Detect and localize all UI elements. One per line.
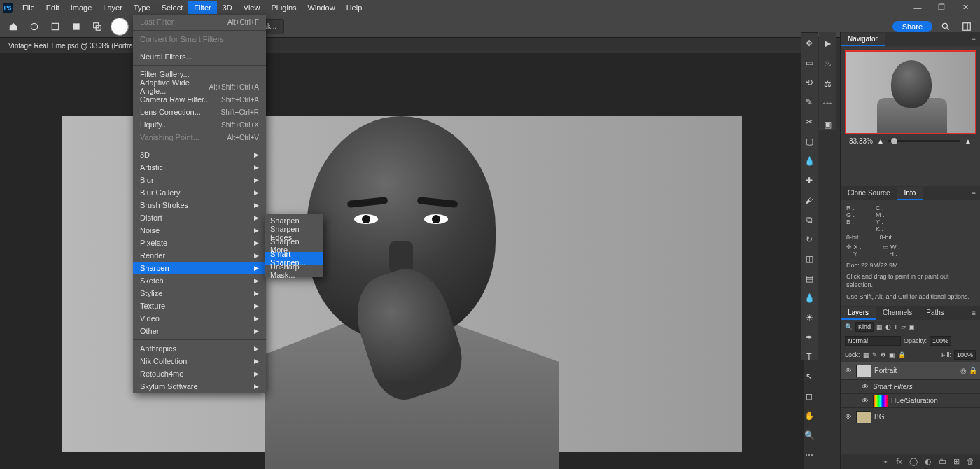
lasso-icon[interactable]: ⟲ bbox=[804, 78, 815, 88]
fill-value[interactable]: 100% bbox=[954, 350, 976, 360]
lock-artboard-icon[interactable]: ▣ bbox=[889, 351, 895, 358]
add-to-selection-icon[interactable] bbox=[48, 19, 63, 34]
visibility-icon[interactable]: 👁 bbox=[860, 383, 870, 391]
filter-item-nik-collection[interactable]: Nik Collection▶ bbox=[133, 355, 266, 368]
eraser-icon[interactable]: ◫ bbox=[804, 254, 815, 264]
filter-item-3d[interactable]: 3D▶ bbox=[133, 148, 266, 161]
menu-layer[interactable]: Layer bbox=[97, 1, 128, 14]
zoom-slider[interactable] bbox=[888, 140, 960, 142]
layer-delete-icon[interactable]: 🗑 bbox=[967, 457, 974, 465]
zoom-in-icon[interactable]: ▲ bbox=[965, 137, 972, 145]
layer-group-icon[interactable]: 🗀 bbox=[939, 457, 946, 465]
filter-shape-icon[interactable]: ▱ bbox=[901, 323, 906, 330]
visibility-icon[interactable]: 👁 bbox=[860, 397, 870, 405]
layers-tab[interactable]: Layers bbox=[841, 307, 876, 320]
move-icon[interactable]: ✥ bbox=[804, 38, 815, 48]
layer-fx-icon[interactable]: fx bbox=[896, 457, 902, 465]
sharpen-item-unsharp-mask[interactable]: Unsharp Mask... bbox=[265, 265, 323, 277]
layer-new-icon[interactable]: ⊞ bbox=[953, 457, 960, 466]
intersect-selection-icon[interactable] bbox=[90, 19, 105, 34]
menu-help[interactable]: Help bbox=[341, 1, 368, 14]
filter-item-brush-strokes[interactable]: Brush Strokes▶ bbox=[133, 199, 266, 211]
lock-all-icon[interactable]: 🔒 bbox=[898, 351, 906, 358]
clone-stamp-icon[interactable]: ⧉ bbox=[804, 215, 815, 225]
healing-icon[interactable]: ✚ bbox=[804, 176, 815, 186]
subtract-from-selection-icon[interactable] bbox=[69, 19, 84, 34]
lock-move-icon[interactable]: ✥ bbox=[881, 351, 886, 358]
filter-item-sketch[interactable]: Sketch▶ bbox=[133, 274, 266, 287]
filter-type-icon[interactable]: T bbox=[894, 323, 898, 330]
filter-item-distort[interactable]: Distort▶ bbox=[133, 211, 266, 224]
filter-item-blur[interactable]: Blur▶ bbox=[133, 174, 266, 186]
filter-item-anthropics[interactable]: Anthropics▶ bbox=[133, 342, 266, 355]
shape-icon[interactable]: ◻ bbox=[804, 391, 815, 401]
frame-icon[interactable]: ▢ bbox=[804, 136, 815, 146]
info-tab[interactable]: Info bbox=[897, 187, 923, 200]
menu-select[interactable]: Select bbox=[156, 1, 189, 14]
menu-file[interactable]: File bbox=[17, 1, 41, 14]
levels-icon[interactable]: ♨ bbox=[822, 58, 833, 69]
filter-item-texture[interactable]: Texture▶ bbox=[133, 300, 266, 312]
zoom-out-icon[interactable]: ▲ bbox=[877, 137, 884, 145]
menu-image[interactable]: Image bbox=[65, 1, 98, 14]
layer-filter-kind[interactable]: Kind bbox=[855, 322, 874, 332]
quick-select-icon[interactable]: ✎ bbox=[804, 97, 815, 107]
pen-icon[interactable]: ✒ bbox=[804, 332, 815, 342]
history-icon[interactable]: ↻ bbox=[804, 234, 815, 244]
filter-item-stylize[interactable]: Stylize▶ bbox=[133, 287, 266, 300]
filter-item-liquify[interactable]: Liquify...Shift+Ctrl+X bbox=[133, 118, 266, 131]
brush-icon[interactable]: 🖌 bbox=[804, 195, 815, 205]
visibility-icon[interactable]: 👁 bbox=[844, 413, 853, 421]
menu-edit[interactable]: Edit bbox=[41, 1, 65, 14]
menu-3d[interactable]: 3D bbox=[217, 1, 238, 14]
marquee-select-icon[interactable]: ▭ bbox=[804, 58, 815, 68]
brush-preview-icon[interactable] bbox=[111, 18, 129, 36]
home-icon[interactable] bbox=[6, 19, 21, 34]
window-restore-button[interactable]: ❐ bbox=[930, 0, 953, 15]
visibility-icon[interactable]: 👁 bbox=[844, 367, 853, 374]
filter-item-noise[interactable]: Noise▶ bbox=[133, 224, 266, 237]
filter-pixel-icon[interactable]: ▦ bbox=[876, 323, 883, 330]
blur-icon[interactable]: 💧 bbox=[804, 293, 815, 303]
opacity-value[interactable]: 100% bbox=[930, 336, 951, 346]
navigator-thumbnail[interactable] bbox=[845, 50, 976, 134]
presets-icon[interactable]: ▣ bbox=[822, 120, 833, 130]
type-icon[interactable]: T bbox=[804, 352, 815, 362]
menu-plugins[interactable]: Plugins bbox=[265, 1, 302, 14]
crop-icon[interactable]: ✂ bbox=[804, 117, 815, 127]
menu-window[interactable]: Window bbox=[302, 1, 341, 14]
layer-row[interactable]: 👁Portrait◎ 🔒 bbox=[841, 362, 980, 380]
filter-item-neural-filters[interactable]: Neural Filters... bbox=[133, 50, 266, 63]
clone-source-tab[interactable]: Clone Source bbox=[841, 187, 897, 200]
panel-menu-icon[interactable]: ≡ bbox=[972, 309, 980, 317]
filter-item-lens-correction[interactable]: Lens Correction...Shift+Ctrl+R bbox=[133, 106, 266, 118]
gradient-icon[interactable]: ▤ bbox=[804, 274, 815, 284]
eyedropper-icon[interactable]: 💧 bbox=[804, 156, 815, 166]
paths-tab[interactable]: Paths bbox=[919, 307, 951, 320]
filter-item-render[interactable]: Render▶ bbox=[133, 249, 266, 262]
filter-item-camera-raw-filter[interactable]: Camera Raw Filter...Shift+Ctrl+A bbox=[133, 93, 266, 106]
dodge-icon[interactable]: ☀ bbox=[804, 313, 815, 323]
blend-mode-select[interactable]: Normal bbox=[845, 336, 901, 346]
layer-adjust-icon[interactable]: ◐ bbox=[925, 457, 932, 466]
layer-row[interactable]: 👁Hue/Saturation bbox=[841, 394, 980, 408]
layer-link-icon[interactable]: ⫘ bbox=[881, 457, 889, 465]
more-icon[interactable]: ⋯ bbox=[804, 450, 815, 460]
balance-icon[interactable]: ⚖ bbox=[822, 78, 833, 89]
lock-transp-icon[interactable]: ▦ bbox=[863, 351, 869, 358]
filter-item-retouch4me[interactable]: Retouch4me▶ bbox=[133, 368, 266, 380]
tool-preset-icon[interactable] bbox=[27, 19, 42, 34]
layer-mask-icon[interactable]: ◯ bbox=[909, 457, 918, 466]
menu-filter[interactable]: Filter bbox=[188, 1, 216, 14]
filter-item-video[interactable]: Video▶ bbox=[133, 312, 266, 325]
filter-item-pixelate[interactable]: Pixelate▶ bbox=[133, 237, 266, 249]
layer-row[interactable]: 👁Smart Filters bbox=[841, 380, 980, 394]
hand-icon[interactable]: ✋ bbox=[804, 411, 815, 421]
menu-view[interactable]: View bbox=[238, 1, 266, 14]
panel-menu-icon[interactable]: ≡ bbox=[972, 36, 980, 43]
navigator-tab[interactable]: Navigator bbox=[841, 33, 885, 46]
filter-item-skylum-software[interactable]: Skylum Software▶ bbox=[133, 380, 266, 393]
play-icon[interactable]: ▶ bbox=[822, 38, 833, 48]
channels-tab[interactable]: Channels bbox=[876, 307, 919, 320]
window-close-button[interactable]: ✕ bbox=[953, 0, 977, 15]
